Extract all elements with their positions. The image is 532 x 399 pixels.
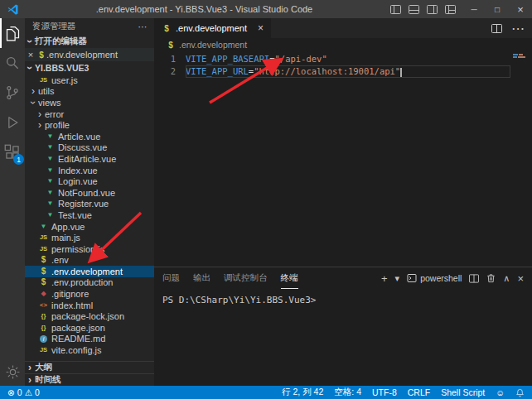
open-editors-header[interactable]: › 打开的编辑器 bbox=[25, 35, 154, 48]
open-editor-label: .env.development bbox=[46, 50, 118, 60]
md-file-icon: i bbox=[40, 335, 47, 343]
close-panel-icon[interactable]: × bbox=[517, 272, 524, 285]
line-content[interactable]: VITE_APP_URL="http://localhost:19001/api… bbox=[186, 65, 510, 78]
tree-item-Discuss.vue[interactable]: ▼Discuss.vue bbox=[25, 142, 154, 154]
file-label: package-lock.json bbox=[51, 311, 124, 321]
tab-env-development[interactable]: $ .env.development × bbox=[154, 18, 271, 38]
vscode-logo-icon bbox=[0, 3, 25, 16]
code-editor[interactable]: 1VITE_APP_BASEAPI="/api-dev"2VITE_APP_UR… bbox=[154, 51, 532, 267]
minimap[interactable] bbox=[513, 54, 528, 59]
cursor-position[interactable]: 行 2, 列 42 bbox=[282, 387, 323, 398]
panel-tab-问题[interactable]: 问题 bbox=[162, 267, 180, 289]
vue-file-icon: ▼ bbox=[45, 166, 56, 175]
terminal-instance[interactable]: powershell bbox=[407, 273, 462, 283]
panel-tab-终端[interactable]: 终端 bbox=[281, 267, 298, 289]
tab-label: .env.development bbox=[176, 23, 247, 33]
source-control-icon[interactable] bbox=[0, 78, 25, 108]
vue-file-icon: ▼ bbox=[45, 143, 56, 151]
editor-tab-bar: $ .env.development × ⋯ bbox=[154, 18, 532, 38]
language-mode[interactable]: Shell Script bbox=[441, 387, 485, 397]
tree-item-main.js[interactable]: JSmain.js bbox=[25, 232, 154, 243]
folder-label: views bbox=[38, 98, 61, 108]
encoding[interactable]: UTF-8 bbox=[372, 387, 397, 397]
file-label: vite.config.js bbox=[51, 345, 102, 355]
terminal[interactable]: PS D:\CSharp\Yi\Yi.BBS.Vue3> bbox=[154, 289, 532, 386]
tree-item-Login.vue[interactable]: ▼Login.vue bbox=[25, 175, 154, 187]
panel-tab-输出[interactable]: 输出 bbox=[193, 267, 210, 289]
tree-item-index.html[interactable]: <>index.html bbox=[25, 300, 154, 311]
breadcrumb-item[interactable]: .env.development bbox=[179, 40, 247, 50]
file-label: .env.production bbox=[51, 277, 113, 287]
tree-item-Test.vue[interactable]: ▼Test.vue bbox=[25, 209, 154, 221]
tree-item-Article.vue[interactable]: ▼Article.vue bbox=[25, 131, 154, 142]
tree-item-utils[interactable]: ›utils bbox=[25, 86, 154, 98]
new-terminal-icon[interactable]: + bbox=[381, 272, 388, 285]
tree-item-package.json[interactable]: {}package.json bbox=[25, 322, 154, 334]
open-editor-item-env-development[interactable]: × $ .env.development bbox=[25, 48, 154, 61]
vscode-window: .env.development - Yi.BBS.Vue3 - Visual … bbox=[0, 0, 532, 399]
notifications-bell-icon[interactable] bbox=[515, 388, 525, 397]
tree-item-permission.js[interactable]: JSpermission.js bbox=[25, 243, 154, 255]
tree-item-NotFound.vue[interactable]: ▼NotFound.vue bbox=[25, 187, 154, 199]
line-content[interactable]: VITE_APP_BASEAPI="/api-dev" bbox=[186, 53, 510, 65]
tree-item-profile[interactable]: ›profile bbox=[25, 119, 154, 131]
close-button[interactable]: × bbox=[509, 0, 532, 18]
maximize-button[interactable]: □ bbox=[486, 0, 509, 18]
eol-sequence[interactable]: CRLF bbox=[408, 387, 430, 397]
file-label: .env bbox=[51, 255, 69, 265]
split-terminal-icon[interactable] bbox=[469, 274, 479, 283]
tree-item-package-lock.json[interactable]: {}package-lock.json bbox=[25, 310, 154, 322]
indentation[interactable]: 空格: 4 bbox=[334, 387, 361, 398]
file-label: Login.vue bbox=[58, 176, 98, 186]
tree-item-README.md[interactable]: iREADME.md bbox=[25, 334, 154, 345]
tree-item-Register.vue[interactable]: ▼Register.vue bbox=[25, 199, 154, 210]
minimize-button[interactable]: ─ bbox=[462, 0, 486, 18]
toggle-panel-icon[interactable] bbox=[409, 5, 419, 14]
code-line-2[interactable]: 2VITE_APP_URL="http://localhost:19001/ap… bbox=[154, 65, 532, 78]
file-label: Index.vue bbox=[58, 166, 98, 175]
env-file-icon: $ bbox=[162, 24, 172, 33]
tree-item-Index.vue[interactable]: ▼Index.vue bbox=[25, 165, 154, 176]
vue-file-icon: ▼ bbox=[45, 211, 56, 219]
chevron-right-icon: › bbox=[25, 363, 35, 372]
extensions-icon[interactable]: 1 bbox=[0, 137, 25, 167]
tree-item-user.js[interactable]: JSuser.js bbox=[25, 75, 154, 86]
terminal-dropdown-icon[interactable]: ▾ bbox=[395, 273, 400, 284]
tree-item-views[interactable]: ›views bbox=[25, 97, 154, 108]
vue-file-icon: ▼ bbox=[45, 155, 56, 163]
tree-item-App.vue[interactable]: ▼App.vue bbox=[25, 221, 154, 233]
tree-item-vite.config.js[interactable]: JSvite.config.js bbox=[25, 344, 154, 356]
run-debug-icon[interactable] bbox=[0, 108, 25, 137]
maximize-panel-icon[interactable]: ∧ bbox=[503, 273, 510, 284]
panel-tab-调试控制台[interactable]: 调试控制台 bbox=[224, 267, 268, 289]
tree-item-.env.development[interactable]: $.env.development bbox=[25, 266, 154, 277]
tree-item-error[interactable]: ›error bbox=[25, 108, 154, 120]
titlebar: .env.development - Yi.BBS.Vue3 - Visual … bbox=[0, 0, 532, 18]
tree-item-.gitignore[interactable]: ◆.gitignore bbox=[25, 288, 154, 300]
toggle-secondary-sidebar-icon[interactable] bbox=[427, 5, 438, 14]
tree-item-.env.production[interactable]: $.env.production bbox=[25, 277, 154, 289]
kill-terminal-trash-icon[interactable] bbox=[486, 273, 496, 283]
timeline-section-header[interactable]: › 时间线 bbox=[25, 373, 154, 386]
outline-section-header[interactable]: › 大纲 bbox=[25, 361, 154, 373]
close-tab-icon[interactable]: × bbox=[258, 22, 264, 34]
feedback-smiley-icon[interactable]: ☺ bbox=[496, 387, 505, 397]
tree-item-.env[interactable]: $.env bbox=[25, 255, 154, 267]
line-number: 1 bbox=[154, 53, 176, 65]
explorer-icon[interactable] bbox=[0, 18, 25, 48]
problems-status[interactable]: ⊗ 0 ⚠ 0 bbox=[7, 387, 40, 397]
project-section-header[interactable]: › YI.BBS.VUE3 bbox=[25, 61, 154, 75]
settings-gear-icon[interactable] bbox=[0, 358, 25, 386]
search-icon[interactable] bbox=[0, 48, 25, 78]
customize-layout-icon[interactable] bbox=[445, 5, 456, 14]
sidebar-more-actions-icon[interactable]: ⋯ bbox=[138, 22, 148, 31]
toggle-sidebar-icon[interactable] bbox=[390, 5, 401, 14]
tree-item-EditArticle.vue[interactable]: ▼EditArticle.vue bbox=[25, 153, 154, 165]
split-editor-icon[interactable] bbox=[491, 24, 502, 33]
chevron-down-icon: › bbox=[26, 63, 34, 73]
close-editor-icon[interactable]: × bbox=[25, 50, 36, 60]
code-line-1[interactable]: 1VITE_APP_BASEAPI="/api-dev" bbox=[154, 53, 532, 65]
more-actions-icon[interactable]: ⋯ bbox=[511, 21, 525, 36]
code-lines: 1VITE_APP_BASEAPI="/api-dev"2VITE_APP_UR… bbox=[154, 53, 532, 78]
breadcrumb[interactable]: $ .env.development bbox=[154, 38, 532, 51]
